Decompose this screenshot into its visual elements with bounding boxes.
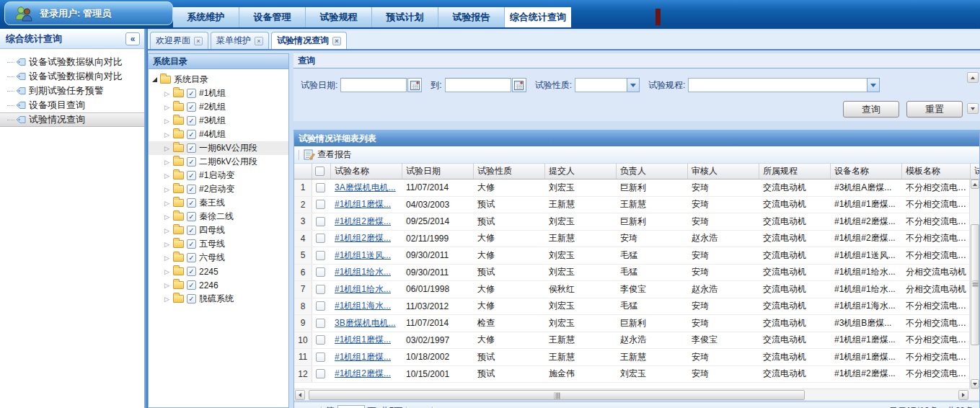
collapsed-arrow-icon[interactable]: ▷ (164, 241, 170, 248)
collapsed-arrow-icon[interactable]: ▷ (164, 131, 170, 138)
test-name-link[interactable]: #1机组2磨煤... (335, 368, 391, 380)
tree-node-6[interactable]: ▷✓#1启动变 (149, 169, 288, 182)
collapsed-arrow-icon[interactable]: ▷ (164, 227, 170, 234)
table-row[interactable]: 2#1机组1磨煤...04/03/2003预试王新慧王新慧安琦交流电动机#1机组… (294, 197, 979, 214)
content-tab-2[interactable]: 试验情况查询× (271, 32, 347, 49)
top-menu-item-1[interactable]: 设备管理 (239, 7, 306, 27)
query-scrollbar[interactable] (967, 72, 979, 114)
test-name-link[interactable]: #1机组1送风... (335, 249, 391, 262)
tree-node-checkbox[interactable]: ✓ (187, 280, 196, 290)
tree-node-13[interactable]: ▷✓2245 (149, 265, 288, 278)
collapsed-arrow-icon[interactable]: ▷ (164, 186, 170, 193)
sidebar-item-3[interactable]: 设备项目查询 (0, 98, 144, 112)
table-row[interactable]: 10#1机组1磨煤...03/02/1997大修王新慧赵永浩李俊宝交流电动机#1… (294, 332, 979, 350)
tree-node-0[interactable]: ▷✓#1机组 (149, 87, 288, 100)
content-tab-1[interactable]: 菜单维护× (211, 32, 269, 49)
chevron-down-icon[interactable] (867, 78, 880, 92)
test-name-link[interactable]: #1机组1给水... (335, 283, 391, 296)
column-header-5[interactable]: 审核人 (688, 164, 759, 179)
tree-node-checkbox[interactable]: ✓ (187, 267, 196, 276)
table-row[interactable]: 7#1机组1给水...06/01/1998大修侯秋红李俊宝赵永浩交流电动机#1机… (294, 281, 979, 298)
date-from-input[interactable] (340, 78, 407, 92)
tree-node-2[interactable]: ▷✓#3机组 (149, 114, 288, 128)
sidebar-item-2[interactable]: 到期试验任务预警 (0, 84, 144, 98)
column-header-6[interactable]: 所属规程 (759, 164, 831, 179)
tree-node-checkbox[interactable]: ✓ (187, 226, 196, 235)
collapsed-arrow-icon[interactable]: ▷ (164, 282, 170, 289)
collapsed-arrow-icon[interactable]: ▷ (164, 200, 170, 207)
column-header-2[interactable]: 试验性质 (474, 164, 545, 179)
test-name-link[interactable]: #1机组1磨煤... (335, 334, 391, 346)
tree-node-checkbox[interactable]: ✓ (187, 198, 196, 208)
tree-node-checkbox[interactable]: ✓ (187, 294, 196, 303)
page-number-input[interactable] (337, 405, 365, 408)
tree-node-checkbox[interactable]: ✓ (187, 253, 196, 262)
tree-node-9[interactable]: ▷✓秦徐二线 (149, 210, 288, 223)
test-name-link[interactable]: #1机组1磨煤... (335, 198, 391, 210)
collapsed-arrow-icon[interactable]: ▷ (164, 104, 170, 111)
row-checkbox[interactable] (316, 319, 325, 328)
row-checkbox[interactable] (316, 217, 325, 226)
sidebar-item-4[interactable]: 试验情况查询 (0, 112, 144, 127)
table-row[interactable]: 4#1机组2磨煤...02/11/1999大修王新慧安琦赵永浩交流电动机#1机组… (294, 231, 979, 248)
tree-node-14[interactable]: ▷✓2246 (149, 278, 288, 292)
column-header-4[interactable]: 负责人 (617, 164, 688, 179)
top-menu-item-2[interactable]: 试验规程 (306, 7, 372, 27)
horizontal-scroll-thumb[interactable] (309, 390, 805, 400)
table-row[interactable]: 13A磨煤机电机...11/07/2014大修刘宏玉巨新利安琦交流电动机#3机组… (294, 179, 979, 197)
test-regulation-select[interactable] (688, 78, 880, 92)
select-all-checkbox[interactable] (315, 167, 325, 176)
tree-node-checkbox[interactable]: ✓ (187, 171, 196, 180)
table-row[interactable]: 12#1机组2磨煤...10/15/2001预试施金伟刘宏玉安琦交流电动机#1机… (294, 366, 979, 383)
collapsed-arrow-icon[interactable]: ▷ (164, 172, 170, 179)
reset-button[interactable]: 重置 (906, 101, 963, 117)
collapsed-arrow-icon[interactable]: ▷ (164, 213, 170, 221)
tree-node-4[interactable]: ▷✓一期6kV公用段 (149, 141, 288, 155)
content-tab-0[interactable]: 欢迎界面× (150, 32, 208, 49)
tree-node-10[interactable]: ▷✓四母线 (149, 223, 288, 237)
grid-vertical-scrollbar[interactable] (969, 179, 979, 389)
scroll-down-icon[interactable] (971, 379, 979, 389)
test-name-link[interactable]: #1机组2磨煤... (335, 232, 391, 244)
tree-node-checkbox[interactable]: ✓ (187, 239, 196, 249)
table-row[interactable]: 11#1机组1磨煤...10/18/2002预试王新慧王新慧安琦交流电动机#1机… (294, 349, 979, 366)
sidebar-item-1[interactable]: 设备试验数据横向对比 (0, 69, 144, 84)
tree-node-11[interactable]: ▷✓五母线 (149, 237, 288, 251)
tree-root-node[interactable]: 系统目录 (149, 73, 288, 87)
close-icon[interactable]: × (194, 37, 203, 45)
scroll-right-icon[interactable] (958, 390, 968, 400)
row-checkbox[interactable] (316, 335, 325, 345)
tree-node-checkbox[interactable]: ✓ (187, 102, 196, 112)
view-report-button[interactable]: 查看报告 (304, 148, 352, 161)
column-header-7[interactable]: 设备名称 (831, 164, 902, 179)
tree-node-3[interactable]: ▷✓#4机组 (149, 128, 288, 141)
tree-node-15[interactable]: ▷✓脱硫系统 (149, 292, 288, 306)
collapsed-arrow-icon[interactable]: ▷ (164, 145, 170, 152)
tree-node-1[interactable]: ▷✓#2机组 (149, 100, 288, 114)
collapsed-arrow-icon[interactable]: ▷ (164, 268, 170, 275)
tree-node-7[interactable]: ▷✓#2启动变 (149, 182, 288, 196)
row-checkbox[interactable] (316, 200, 325, 209)
row-checkbox[interactable] (316, 301, 325, 311)
tree-node-checkbox[interactable]: ✓ (187, 185, 196, 194)
table-row[interactable]: 93B磨煤机电机...11/07/2014检查刘宏玉巨新利安琦交流电动机#3机组… (294, 315, 979, 332)
tree-node-checkbox[interactable]: ✓ (187, 89, 196, 98)
column-header-9[interactable]: 试 (971, 164, 979, 179)
date-to-input[interactable] (445, 78, 511, 92)
close-icon[interactable]: × (332, 37, 341, 45)
top-menu-item-5[interactable]: 综合统计查询 (505, 7, 571, 27)
scroll-up-icon[interactable] (967, 72, 979, 83)
top-menu-item-4[interactable]: 试验报告 (438, 7, 505, 27)
sidebar-collapse-button[interactable]: « (125, 32, 140, 45)
table-row[interactable]: 8#1机组1海水...11/03/2012大修刘宏玉毛猛安琦交流电动机#1机组#… (294, 298, 979, 316)
test-name-link[interactable]: 3B磨煤机电机... (335, 317, 396, 329)
close-icon[interactable]: × (255, 37, 263, 45)
table-row[interactable]: 3#1机组2磨煤...09/25/2014预试刘宏玉巨新利安琦交流电动机#1机组… (294, 213, 979, 231)
column-header-8[interactable]: 模板名称 (902, 164, 971, 179)
collapsed-arrow-icon[interactable]: ▷ (164, 159, 170, 166)
collapsed-arrow-icon[interactable]: ▷ (164, 254, 170, 262)
test-name-link[interactable]: #1机组2磨煤... (335, 216, 391, 228)
tree-node-8[interactable]: ▷✓秦王线 (149, 196, 288, 210)
row-checkbox[interactable] (316, 234, 325, 243)
tree-node-checkbox[interactable]: ✓ (187, 116, 196, 125)
